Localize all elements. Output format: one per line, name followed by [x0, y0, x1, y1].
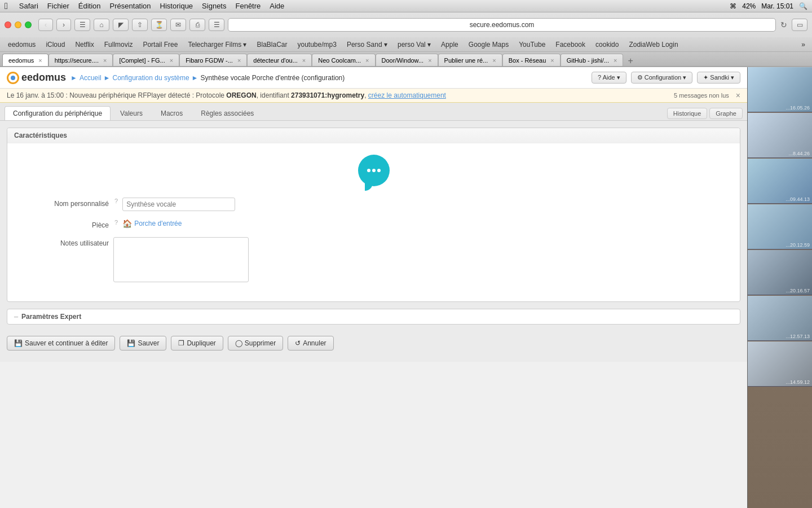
- tab-publier[interactable]: Publier une ré... ×: [438, 54, 502, 66]
- tab-close-8[interactable]: ×: [550, 57, 554, 64]
- menu-presentation[interactable]: Présentation: [110, 2, 151, 10]
- new-tab-add-button[interactable]: +: [625, 56, 635, 66]
- screenshot-thumb-4[interactable]: ...20.12.59: [748, 204, 812, 249]
- forward-button[interactable]: ›: [56, 19, 71, 31]
- menu-safari[interactable]: Safari: [19, 2, 38, 10]
- mail-button[interactable]: ✉: [170, 19, 186, 31]
- close-window-button[interactable]: [5, 21, 11, 28]
- piece-help-icon[interactable]: ?: [114, 219, 118, 226]
- eedomus-logo[interactable]: eedomus: [7, 72, 66, 84]
- screenshot-thumb-7[interactable]: ...14.59.12: [748, 341, 812, 387]
- notes-textarea[interactable]: [113, 237, 249, 282]
- bookmark-zodiaweb[interactable]: ZodiaWeb Login: [624, 40, 682, 50]
- bookmark-icloud[interactable]: iCloud: [41, 40, 69, 50]
- bookmark-facebook[interactable]: Facebook: [551, 40, 590, 50]
- user-button[interactable]: ✦ Sandki ▾: [697, 72, 740, 84]
- address-bar[interactable]: secure.eedomus.com: [228, 18, 776, 32]
- tab-fibaro[interactable]: Fibaro FGDW -... ×: [179, 54, 247, 66]
- bookmark-blablacar[interactable]: BlaBlaCar: [252, 40, 292, 50]
- duplicate-button[interactable]: ❐ Dupliquer: [171, 336, 223, 351]
- nom-input[interactable]: [122, 198, 235, 211]
- back-button[interactable]: ‹: [38, 19, 53, 31]
- tab-config-peripherique[interactable]: Configuration du périphérique: [5, 106, 111, 120]
- tab-macros[interactable]: Macros: [152, 106, 191, 120]
- screenshot-thumb-5[interactable]: ...20.16.57: [748, 250, 812, 295]
- apple-menu[interactable]: : [5, 1, 8, 11]
- menu-historique[interactable]: Historique: [160, 2, 193, 10]
- tab-close-3[interactable]: ×: [237, 57, 241, 64]
- nom-help-icon[interactable]: ?: [114, 198, 118, 204]
- bookmark-eedomus[interactable]: eedomus: [3, 40, 40, 50]
- tab-close-1[interactable]: ×: [103, 57, 107, 64]
- print-button[interactable]: ⎙: [189, 19, 205, 31]
- tab-door[interactable]: Door/Window... ×: [376, 54, 438, 66]
- bookmark-apple[interactable]: Apple: [436, 40, 463, 50]
- menu-fenetre[interactable]: Fenêtre: [235, 2, 261, 10]
- breadcrumb-system[interactable]: Configuration du système: [113, 74, 189, 82]
- help-button[interactable]: ? Aide ▾: [592, 72, 626, 84]
- search-icon[interactable]: 🔍: [799, 2, 807, 10]
- bookmark-google-maps[interactable]: Google Maps: [464, 40, 513, 50]
- menu-fichier[interactable]: Fichier: [47, 2, 69, 10]
- bookmark-portail-free[interactable]: Portail Free: [138, 40, 182, 50]
- tab-box-reseau[interactable]: Box - Réseau ×: [502, 54, 561, 66]
- delete-button[interactable]: ◯ Supprimer: [228, 336, 283, 351]
- reader-view-button[interactable]: ☰: [209, 19, 224, 31]
- address-bar-container: ☰ secure.eedomus.com ↻: [209, 18, 788, 32]
- tab-close-7[interactable]: ×: [492, 57, 496, 64]
- bookmark-cookido[interactable]: cookido: [591, 40, 623, 50]
- save-continue-button[interactable]: 💾 Sauver et continuer à éditer: [7, 336, 115, 351]
- tab-valeurs[interactable]: Valeurs: [112, 106, 151, 120]
- bookmark-perso-val[interactable]: perso Val ▾: [393, 40, 435, 50]
- menu-aide[interactable]: Aide: [270, 2, 284, 10]
- share-button[interactable]: ⇧: [132, 19, 148, 31]
- breadcrumb-arrow-2: ►: [104, 74, 111, 82]
- tab-close-5[interactable]: ×: [365, 57, 369, 64]
- screenshot-thumb-3[interactable]: ...09.44.13: [748, 159, 812, 204]
- tab-regles[interactable]: Règles associées: [192, 106, 262, 120]
- menu-edition[interactable]: Édition: [78, 2, 101, 10]
- tab-complet[interactable]: [Complet] - FG... ×: [113, 54, 179, 66]
- screenshot-thumb-2[interactable]: ...8.44.26: [748, 113, 812, 158]
- bookmark-fullmoviz[interactable]: Fullmoviz: [100, 40, 138, 50]
- piece-value[interactable]: Porche d'entrée: [134, 220, 182, 227]
- breadcrumb-home[interactable]: Accueil: [80, 74, 102, 82]
- expert-section-header[interactable]: ─ Paramètres Expert: [7, 309, 740, 324]
- piece-link[interactable]: 🏠 Porche d'entrée: [122, 219, 182, 228]
- notification-link[interactable]: créez le automatiquement: [368, 91, 446, 99]
- tab-overview-button[interactable]: ◤: [113, 19, 129, 31]
- sidebar-button[interactable]: ☰: [74, 19, 90, 31]
- tab-close-6[interactable]: ×: [428, 57, 431, 64]
- configuration-button[interactable]: ⚙ Configuration ▾: [631, 72, 693, 84]
- bookmark-youtube[interactable]: YouTube: [514, 40, 550, 50]
- tab-close-4[interactable]: ×: [302, 57, 306, 64]
- tab-eedomus[interactable]: eedomus ×: [2, 54, 48, 66]
- cancel-button[interactable]: ↺ Annuler: [288, 336, 333, 351]
- new-tab-button[interactable]: ▭: [792, 19, 807, 31]
- reload-button[interactable]: ↻: [779, 20, 788, 29]
- bookmark-youtube-mp3[interactable]: youtube/mp3: [293, 40, 341, 50]
- history-button[interactable]: ⏳: [151, 19, 167, 31]
- tab-close-9[interactable]: ×: [614, 57, 617, 64]
- tab-close-eedomus[interactable]: ×: [38, 57, 42, 64]
- bookmarks-more-button[interactable]: »: [798, 40, 809, 50]
- tab-github[interactable]: GitHub - jishi/... ×: [561, 54, 624, 66]
- bookmark-perso-sand[interactable]: Perso Sand ▾: [342, 40, 392, 50]
- breadcrumb-arrow-3: ►: [192, 74, 198, 82]
- screenshot-thumb-1[interactable]: ...16.05.26: [748, 67, 812, 112]
- notification-close-button[interactable]: ×: [736, 91, 740, 100]
- tab-close-2[interactable]: ×: [170, 57, 173, 64]
- bookmark-netflix[interactable]: Netflix: [70, 40, 98, 50]
- save-button[interactable]: 💾 Sauver: [120, 336, 166, 351]
- tab-neo[interactable]: Neo Coolcam... ×: [312, 54, 375, 66]
- tab-historique[interactable]: Historique: [667, 108, 708, 119]
- tab-detecteur[interactable]: détecteur d'ou... ×: [247, 54, 312, 66]
- maximize-window-button[interactable]: [25, 21, 32, 28]
- bookmark-telecharger[interactable]: Telecharger Films ▾: [183, 40, 251, 50]
- screenshot-thumb-6[interactable]: ...12.57.13: [748, 296, 812, 341]
- menu-signets[interactable]: Signets: [202, 2, 226, 10]
- tab-https[interactable]: https://secure.... ×: [48, 54, 113, 66]
- tab-graphe[interactable]: Graphe: [709, 108, 743, 119]
- home-button[interactable]: ⌂: [94, 19, 109, 31]
- minimize-window-button[interactable]: [15, 21, 21, 28]
